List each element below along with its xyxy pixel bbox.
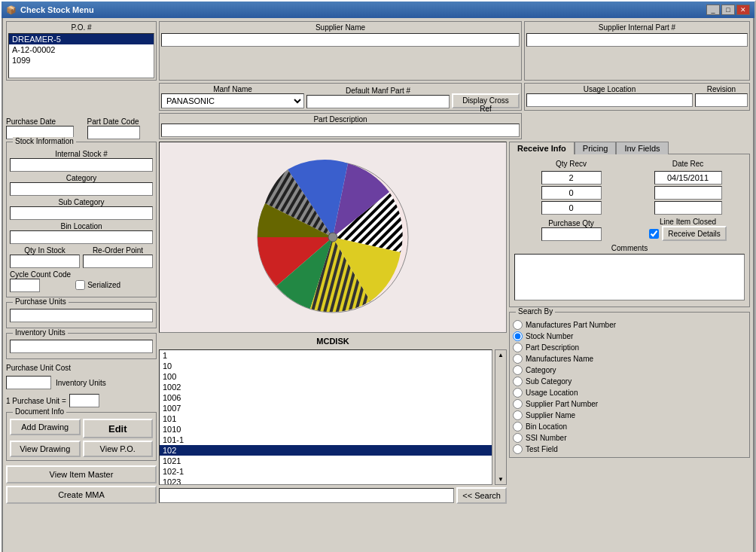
- category-input[interactable]: Color Disks: [10, 182, 153, 196]
- inventory-units-input[interactable]: Each: [10, 340, 153, 353]
- part-date-code-input[interactable]: [87, 126, 140, 139]
- search-by-option[interactable]: Bin Location: [513, 422, 746, 432]
- search-radio-label: Supplier Part Number: [526, 400, 598, 408]
- search-radio[interactable]: [513, 320, 523, 330]
- edit-button[interactable]: Edit: [83, 419, 154, 438]
- po-item[interactable]: A-12-00002: [9, 44, 154, 55]
- search-by-option[interactable]: Test Field: [513, 444, 746, 454]
- bin-location-input[interactable]: Bin 35: [10, 230, 153, 244]
- recv-row: [514, 186, 745, 200]
- sub-category-input[interactable]: [10, 206, 153, 220]
- search-radio[interactable]: [513, 444, 523, 454]
- stock-list-item[interactable]: 1002: [160, 382, 492, 392]
- default-manf-part-input[interactable]: MCDISK: [306, 95, 450, 108]
- view-po-button[interactable]: View P.O.: [83, 441, 154, 457]
- stock-list-item[interactable]: 102: [160, 445, 492, 456]
- view-item-master-button[interactable]: View Item Master: [6, 465, 157, 483]
- tab-inv-fields[interactable]: Inv Fields: [616, 142, 668, 154]
- stock-list-item[interactable]: 1023: [160, 477, 492, 485]
- usage-location-input[interactable]: [526, 93, 693, 107]
- search-by-option[interactable]: SSI Number: [513, 433, 746, 443]
- stock-list-item[interactable]: 10: [160, 361, 492, 371]
- category-label: Category: [10, 174, 153, 182]
- stock-list-item[interactable]: 100: [160, 371, 492, 382]
- minimize-button[interactable]: _: [706, 5, 720, 15]
- bin-location-label: Bin Location: [10, 222, 153, 230]
- display-cross-ref-button[interactable]: Display Cross Ref: [452, 93, 520, 108]
- purchase-unit-value-input[interactable]: 1: [69, 394, 99, 407]
- search-radio[interactable]: [513, 399, 523, 409]
- stock-list-item[interactable]: 1010: [160, 424, 492, 435]
- purchase-units-input[interactable]: Each: [10, 309, 153, 322]
- supplier-name-input[interactable]: Above Board Electronics: [161, 33, 520, 47]
- po-item[interactable]: DREAMER-5: [9, 34, 154, 44]
- stock-list-item[interactable]: 1007: [160, 403, 492, 413]
- purchase-qty-input[interactable]: 2: [541, 227, 602, 241]
- recv-date-input[interactable]: [654, 201, 722, 215]
- sub-category-label: Sub Category: [10, 198, 153, 206]
- search-radio[interactable]: [513, 410, 523, 420]
- search-radio[interactable]: [513, 331, 523, 341]
- cycle-count-input[interactable]: [10, 279, 40, 292]
- add-drawing-button[interactable]: Add Drawing: [10, 419, 81, 435]
- search-radio-label: Sub Category: [526, 377, 572, 386]
- search-by-option[interactable]: Manufactures Part Number: [513, 320, 746, 330]
- recv-date-input[interactable]: [654, 171, 722, 185]
- reorder-point-label: Re-Order Point: [83, 246, 153, 255]
- search-radio[interactable]: [513, 433, 523, 443]
- search-by-option[interactable]: Part Description: [513, 343, 746, 352]
- qty-in-stock-input[interactable]: 94: [10, 255, 80, 268]
- recv-qty-input[interactable]: [541, 186, 602, 200]
- internal-stock-input[interactable]: 102: [10, 158, 153, 172]
- search-radio[interactable]: [513, 365, 523, 375]
- search-by-option[interactable]: Supplier Part Number: [513, 399, 746, 409]
- po-item[interactable]: 1099: [9, 55, 154, 66]
- serialized-checkbox[interactable]: [75, 280, 85, 290]
- receive-details-button[interactable]: Receive Details: [662, 226, 726, 241]
- inventory-units-group-label: Inventory Units: [13, 328, 68, 337]
- search-radio[interactable]: [513, 377, 523, 386]
- default-manf-part-label: Default Manf Part #: [306, 87, 450, 95]
- revision-input[interactable]: [695, 93, 748, 107]
- search-by-option[interactable]: Stock Number: [513, 331, 746, 341]
- search-by-option[interactable]: Sub Category: [513, 377, 746, 386]
- search-radio[interactable]: [513, 354, 523, 364]
- search-radio[interactable]: [513, 388, 523, 398]
- stock-list-item[interactable]: 1006: [160, 392, 492, 403]
- recv-qty-input[interactable]: [541, 171, 602, 185]
- search-by-option[interactable]: Usage Location: [513, 388, 746, 398]
- tab-pricing[interactable]: Pricing: [575, 142, 617, 154]
- create-mma-button[interactable]: Create MMA: [6, 486, 157, 504]
- search-radio[interactable]: [513, 343, 523, 352]
- stock-list-item[interactable]: 1021: [160, 456, 492, 466]
- manf-name-select[interactable]: PANASONIC: [161, 93, 304, 108]
- stock-list-item[interactable]: 102-1: [160, 466, 492, 477]
- maximize-button[interactable]: □: [721, 5, 735, 15]
- line-item-closed-checkbox[interactable]: [649, 229, 659, 239]
- recv-date-input[interactable]: [654, 186, 722, 200]
- search-radio[interactable]: [513, 422, 523, 432]
- close-button[interactable]: ✕: [736, 5, 750, 15]
- view-drawing-button[interactable]: View Drawing: [10, 441, 81, 457]
- recv-qty-input[interactable]: [541, 201, 602, 215]
- supplier-internal-part-input[interactable]: [526, 33, 748, 47]
- list-scroll-down[interactable]: ▼: [498, 476, 504, 483]
- part-description-input[interactable]: 2.6 inch Multi Color Flat Disc: [161, 124, 520, 137]
- search-by-option[interactable]: Manufactures Name: [513, 354, 746, 364]
- list-scroll-up[interactable]: ▲: [498, 352, 504, 358]
- stock-list-item[interactable]: 1: [160, 350, 492, 361]
- search-by-option[interactable]: Category: [513, 365, 746, 375]
- stock-list-item[interactable]: 101: [160, 413, 492, 424]
- reorder-point-input[interactable]: 35: [83, 255, 153, 268]
- search-button[interactable]: << Search: [456, 487, 507, 504]
- purchase-unit-cost-input[interactable]: 1.40: [6, 376, 51, 389]
- search-radio-label: Usage Location: [526, 389, 578, 397]
- part-number-display-label: MCDISK: [159, 337, 507, 346]
- search-by-option[interactable]: Supplier Name: [513, 410, 746, 420]
- tab-receive-info[interactable]: Receive Info: [509, 142, 575, 154]
- comments-textarea[interactable]: [514, 254, 745, 300]
- stock-number-list[interactable]: 1101001002100610071011010101-11021021102…: [159, 349, 492, 485]
- stock-list-item[interactable]: 101-1: [160, 435, 492, 445]
- search-input[interactable]: 1: [159, 488, 454, 503]
- po-list[interactable]: DREAMER-5 A-12-00002 1099: [8, 33, 154, 78]
